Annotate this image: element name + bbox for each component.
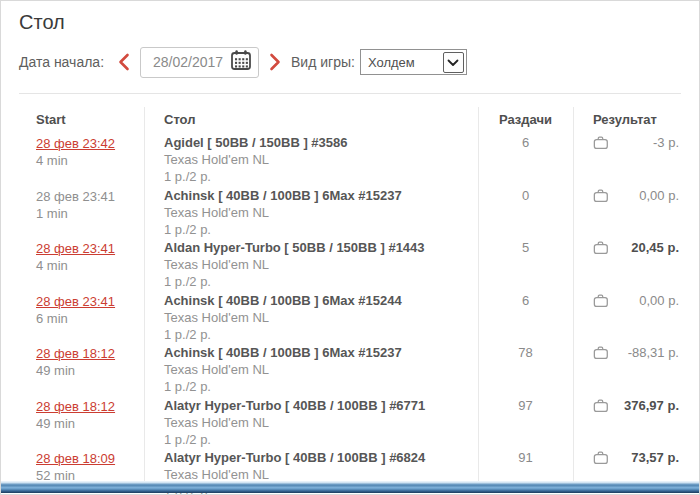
session-duration: 49 min bbox=[36, 415, 144, 432]
game-name: Texas Hold'em NL bbox=[164, 414, 478, 431]
table-name: Agidel [ 50BB / 150BB ] #3586 bbox=[164, 134, 478, 151]
table-name: Alatyr Hyper-Turbo [ 40BB / 100BB ] #682… bbox=[164, 449, 478, 466]
table-row: 28 фев 18:1249 minAlatyr Hyper-Turbo [ 4… bbox=[1, 397, 681, 450]
table-name: Achinsk [ 40BB / 100BB ] 6Max #15237 bbox=[164, 344, 478, 361]
filter-divider bbox=[19, 93, 681, 94]
prev-date-button[interactable] bbox=[117, 52, 131, 72]
session-duration: 4 min bbox=[36, 152, 144, 169]
wallet-icon bbox=[593, 345, 610, 364]
table-row: 28 фев 23:414 minAldan Hyper-Turbo [ 50B… bbox=[1, 239, 681, 292]
session-date-link[interactable]: 28 фев 18:09 bbox=[36, 450, 115, 467]
chevron-left-icon bbox=[118, 53, 130, 71]
table-name: Achinsk [ 40BB / 100BB ] 6Max #15244 bbox=[164, 292, 478, 309]
result-amount: 73,57 р. bbox=[631, 449, 679, 466]
horizontal-scrollbar[interactable] bbox=[1, 481, 699, 493]
calendar-button[interactable] bbox=[230, 51, 252, 73]
header-table: Стол bbox=[144, 112, 478, 127]
session-date-link[interactable]: 28 фев 23:42 bbox=[36, 135, 115, 152]
chevron-right-icon bbox=[269, 53, 281, 71]
hands-count: 5 bbox=[478, 239, 573, 256]
header-result: Результат bbox=[573, 112, 681, 127]
stakes: 1 р./2 р. bbox=[164, 326, 478, 343]
hands-count: 91 bbox=[478, 449, 573, 466]
wallet-icon bbox=[593, 240, 610, 259]
date-input[interactable]: 28/02/2017 bbox=[140, 47, 259, 78]
stakes: 1 р./2 р. bbox=[164, 168, 478, 185]
wallet-icon bbox=[593, 293, 610, 312]
session-date-link[interactable]: 28 фев 23:41 bbox=[36, 240, 115, 257]
page-title: Стол bbox=[19, 11, 65, 34]
session-duration: 6 min bbox=[36, 310, 144, 327]
filter-bar: Дата начала: 28/02/2017 bbox=[19, 45, 467, 79]
game-type-select[interactable]: Холдем bbox=[360, 49, 467, 75]
sessions-table: Start Стол Раздачи Результат 28 фев 23:4… bbox=[1, 107, 681, 495]
result-amount: -3 р. bbox=[653, 134, 679, 151]
stakes: 1 р./2 р. bbox=[164, 273, 478, 290]
table-name: Achinsk [ 40BB / 100BB ] 6Max #15237 bbox=[164, 187, 478, 204]
table-name: Aldan Hyper-Turbo [ 50BB / 150BB ] #1443 bbox=[164, 239, 478, 256]
calendar-icon bbox=[230, 49, 252, 75]
hands-count: 0 bbox=[478, 187, 573, 204]
game-type-value: Холдем bbox=[368, 55, 415, 70]
game-type-label: Вид игры: bbox=[291, 54, 355, 70]
game-name: Texas Hold'em NL bbox=[164, 309, 478, 326]
game-name: Texas Hold'em NL bbox=[164, 204, 478, 221]
table-header-row: Start Стол Раздачи Результат bbox=[1, 107, 681, 134]
chevron-down-icon bbox=[447, 53, 459, 71]
session-date-link[interactable]: 28 фев 23:41 bbox=[36, 293, 115, 310]
table-row: 28 фев 23:411 minAchinsk [ 40BB / 100BB … bbox=[1, 187, 681, 240]
header-hands: Раздачи bbox=[478, 112, 573, 127]
result-amount: 0,00 р. bbox=[639, 292, 679, 309]
wallet-icon bbox=[593, 135, 610, 154]
select-dropdown-button[interactable] bbox=[443, 52, 464, 73]
session-date-link[interactable]: 28 фев 18:12 bbox=[36, 398, 115, 415]
table-name: Alatyr Hyper-Turbo [ 40BB / 100BB ] #677… bbox=[164, 397, 478, 414]
date-start-label: Дата начала: bbox=[19, 54, 104, 70]
result-amount: 20,45 р. bbox=[631, 239, 679, 256]
session-duration: 4 min bbox=[36, 257, 144, 274]
stakes: 1 р./2 р. bbox=[164, 221, 478, 238]
game-name: Texas Hold'em NL bbox=[164, 361, 478, 378]
game-name: Texas Hold'em NL bbox=[164, 256, 478, 273]
date-value: 28/02/2017 bbox=[153, 54, 223, 70]
hands-count: 78 bbox=[478, 344, 573, 361]
table-sessions-page: Стол Дата начала: 28/02/2017 bbox=[0, 0, 700, 495]
session-duration: 1 min bbox=[36, 205, 144, 222]
header-start: Start bbox=[1, 112, 144, 127]
result-amount: 0,00 р. bbox=[639, 187, 679, 204]
session-duration: 49 min bbox=[36, 362, 144, 379]
result-amount: -88,31 р. bbox=[628, 344, 679, 361]
stakes: 1 р./2 р. bbox=[164, 378, 478, 395]
wallet-icon bbox=[593, 398, 610, 417]
next-date-button[interactable] bbox=[268, 52, 282, 72]
hands-count: 6 bbox=[478, 292, 573, 309]
hands-count: 97 bbox=[478, 397, 573, 414]
wallet-icon bbox=[593, 450, 610, 469]
table-row: 28 фев 23:424 minAgidel [ 50BB / 150BB ]… bbox=[1, 134, 681, 187]
game-name: Texas Hold'em NL bbox=[164, 151, 478, 168]
table-row: 28 фев 23:416 minAchinsk [ 40BB / 100BB … bbox=[1, 292, 681, 345]
hands-count: 6 bbox=[478, 134, 573, 151]
wallet-icon bbox=[593, 188, 610, 207]
session-date-link[interactable]: 28 фев 18:12 bbox=[36, 345, 115, 362]
stakes: 1 р./2 р. bbox=[164, 431, 478, 448]
table-row: 28 фев 18:1249 minAchinsk [ 40BB / 100BB… bbox=[1, 344, 681, 397]
session-date-link: 28 фев 23:41 bbox=[36, 188, 115, 205]
result-amount: 376,97 р. bbox=[624, 397, 679, 414]
